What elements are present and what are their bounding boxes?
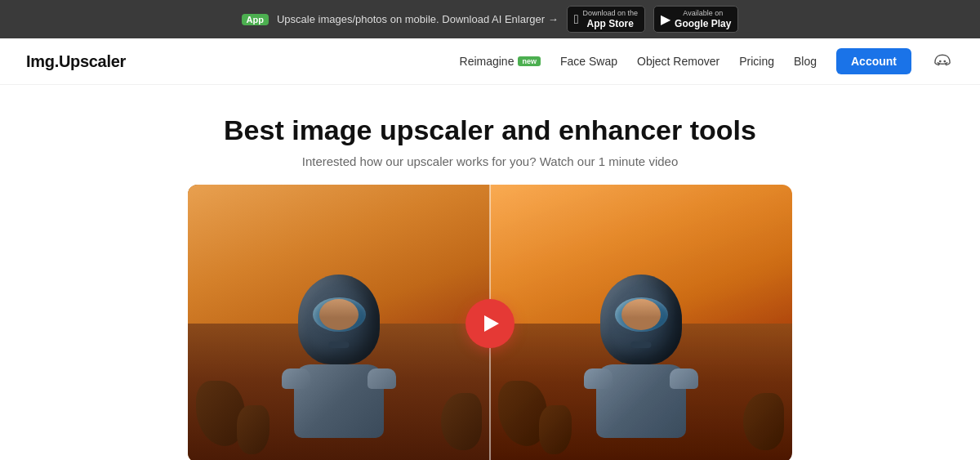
nav-faceswap-label: Face Swap [560, 55, 617, 68]
navbar: Img.Upscaler Reimagine new Face Swap Obj… [0, 38, 980, 85]
video-left-panel [188, 185, 490, 460]
new-badge: new [518, 56, 541, 66]
nav-reimagine-label: Reimagine [460, 55, 514, 68]
apple-icon:  [574, 12, 579, 27]
nav-blog-label: Blog [794, 55, 817, 68]
nav-links: Reimagine new Face Swap Object Remover P… [460, 48, 954, 74]
discord-icon[interactable] [931, 50, 954, 73]
svg-point-0 [939, 60, 942, 63]
rock-left-3 [441, 393, 482, 450]
figure-left [282, 275, 396, 438]
googleplay-label: Available on Google Play [675, 9, 731, 29]
google-icon: ▶ [661, 11, 670, 27]
rock-left-2 [237, 405, 270, 454]
body-left [294, 364, 384, 438]
nav-objectremover-label: Object Remover [637, 55, 719, 68]
hero-section: Best image upscaler and enhancer tools I… [0, 85, 980, 185]
shoulder-right-l [584, 368, 612, 389]
nav-faceswap[interactable]: Face Swap [560, 55, 617, 68]
nav-objectremover[interactable]: Object Remover [637, 55, 719, 68]
figure-right [584, 275, 698, 438]
banner-text: Upscale images/photos on mobile. Downloa… [277, 13, 559, 25]
nav-pricing-label: Pricing [739, 55, 774, 68]
video-container [188, 185, 792, 460]
rock-right-3 [743, 393, 784, 450]
visor-right [615, 297, 668, 332]
shoulder-left-r [368, 368, 396, 389]
body-right [596, 364, 686, 438]
svg-point-1 [943, 60, 946, 63]
face-left [319, 299, 359, 330]
scene-right [490, 185, 792, 460]
hero-title: Best image upscaler and enhancer tools [13, 114, 967, 146]
helmet-right [600, 275, 682, 364]
nav-reimagine[interactable]: Reimagine new [460, 55, 541, 68]
app-badge: App [242, 14, 269, 25]
shoulder-right-r [670, 368, 698, 389]
visor-left [313, 297, 366, 332]
nav-blog[interactable]: Blog [794, 55, 817, 68]
play-icon [484, 315, 499, 332]
mic-right [631, 342, 652, 348]
top-banner: App Upscale images/photos on mobile. Dow… [0, 0, 980, 38]
googleplay-button[interactable]: ▶ Available on Google Play [653, 6, 738, 33]
helmet-left [298, 275, 380, 364]
scene-left [188, 185, 490, 460]
appstore-button[interactable]:  Download on the App Store [567, 6, 645, 33]
hero-subtitle: Interested how our upscaler works for yo… [13, 154, 967, 168]
appstore-label: Download on the App Store [583, 9, 639, 29]
video-right-panel [490, 185, 792, 460]
play-button[interactable] [466, 299, 514, 348]
nav-pricing[interactable]: Pricing [739, 55, 774, 68]
mic-left [329, 342, 350, 348]
face-right [621, 299, 661, 330]
rock-right-2 [539, 405, 572, 454]
shoulder-left-l [282, 368, 310, 389]
logo[interactable]: Img.Upscaler [26, 52, 126, 71]
account-button[interactable]: Account [836, 48, 911, 74]
